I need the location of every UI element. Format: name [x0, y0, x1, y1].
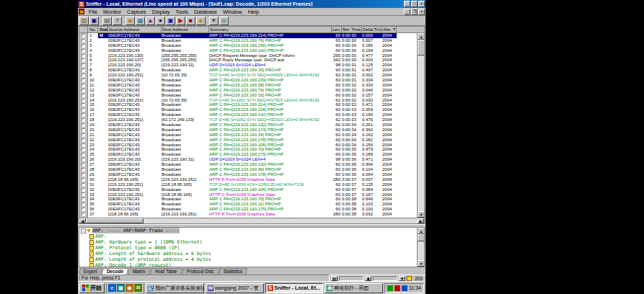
column-header-sum[interactable]: Summary: [209, 27, 332, 32]
tab-matrix[interactable]: Matrix: [128, 268, 151, 275]
volume-tray-icon[interactable]: [402, 285, 407, 291]
decode-scroll-up-icon[interactable]: ▲: [418, 228, 425, 234]
row-checkbox[interactable]: [79, 93, 88, 98]
decode-vscrollbar[interactable]: ▲ ▼: [417, 228, 424, 267]
table-row[interactable]: 37[218.18.95.165][219.223.190.251]HTTP R…: [79, 212, 417, 217]
row-checkbox[interactable]: [79, 177, 88, 182]
table-row[interactable]: 18[219.223.190.251][61.172.249.133]TCP D…: [79, 117, 417, 122]
column-header-delta[interactable]: Delta Time: [362, 27, 382, 32]
row-checkbox[interactable]: [79, 107, 88, 112]
open-file-button[interactable]: ▨: [79, 17, 89, 25]
row-checkbox[interactable]: [79, 78, 88, 83]
row-checkbox[interactable]: [79, 147, 88, 152]
column-header-rel[interactable]: Rel. Time: [342, 27, 362, 32]
table-row[interactable]: 1900E0FC17EC43BroadcastARP C PA=[219.223…: [79, 122, 417, 128]
column-header-len[interactable]: Len: [332, 27, 342, 32]
menu-item-help[interactable]: Help: [245, 9, 262, 15]
task-button-window[interactable]: Wwangqing 2007 - 雪: [206, 283, 264, 293]
decode-line[interactable]: ARP: Opcode 1 (ARP request): [81, 262, 417, 267]
row-checkbox[interactable]: [79, 102, 88, 107]
table-row[interactable]: 1700E0FC17EC43BroadcastARP C PA=[219.223…: [79, 112, 417, 117]
maximize-button[interactable]: □: [411, 1, 418, 7]
row-checkbox[interactable]: [79, 133, 88, 138]
table-row[interactable]: 1600E0FC17EC43BroadcastARP C PA=[219.223…: [79, 107, 417, 112]
table-row[interactable]: 2400E0FC17EC43BroadcastARP C PA=[219.223…: [79, 147, 417, 152]
table-row[interactable]: 2300E0FC17EC43BroadcastARP C PA=[219.223…: [79, 143, 417, 148]
row-checkbox[interactable]: [79, 58, 88, 63]
decode-line[interactable]: ARP: Hardware type = 1 (10Mb Ethernet): [81, 239, 417, 245]
matrix-button[interactable]: ▲: [146, 17, 155, 25]
decode-scroll-down-icon[interactable]: ▼: [418, 260, 425, 267]
menu-item-tools[interactable]: Tools: [172, 9, 191, 15]
row-checkbox[interactable]: [79, 202, 88, 207]
row-checkbox[interactable]: [79, 48, 88, 53]
desktop-icon[interactable]: ▣: [117, 284, 125, 292]
network-tray-icon[interactable]: [387, 285, 393, 291]
row-checkbox[interactable]: [79, 162, 88, 167]
decode-button[interactable]: ▣: [166, 17, 175, 25]
save-button[interactable]: ▣: [89, 17, 99, 25]
tab-protocol-dist-[interactable]: Protocol Dist.: [182, 268, 220, 275]
row-checkbox[interactable]: [79, 143, 88, 148]
capture-stop-button[interactable]: ■: [186, 17, 195, 25]
row-checkbox[interactable]: [79, 197, 88, 202]
close-button[interactable]: ×: [418, 1, 425, 7]
table-row[interactable]: 26[219.223.190.20][219.223.190.31]UDP D=…: [79, 157, 417, 162]
capture-start-button[interactable]: ▶: [176, 17, 185, 25]
table-row[interactable]: 1M00E0FC17EC43BroadcastARP C PA=[219.223…: [79, 33, 417, 38]
display-setup-button[interactable]: ◎: [219, 17, 229, 25]
scroll-down-icon[interactable]: ▼: [418, 211, 424, 218]
task-button-window[interactable]: 記我的广播设备实验测试: [146, 283, 204, 293]
row-checkbox[interactable]: [79, 43, 88, 48]
row-checkbox[interactable]: [79, 207, 88, 212]
column-header-no[interactable]: No.: [88, 27, 98, 32]
table-row[interactable]: 2500E0FC17EC43BroadcastARP C PA=[219.223…: [79, 152, 417, 157]
table-row[interactable]: 3500E0FC17EC43BroadcastARP C PA=[219.223…: [79, 202, 417, 207]
table-row[interactable]: 1000E0FC17EC43BroadcastARP C PA=[219.223…: [79, 78, 417, 83]
table-row[interactable]: 7[219.223.190.20][219.223.190.31]UDP D=1…: [79, 63, 417, 68]
hscroll-thumb[interactable]: [86, 218, 144, 223]
table-row[interactable]: 5[219.223.190.130][255.255.255.255]DHCP …: [79, 53, 417, 58]
table-row[interactable]: 33[219.223.190.251][218.18.95.165]HTTP C…: [79, 192, 417, 197]
define-filter-button[interactable]: ▼: [209, 17, 219, 25]
host-table-button[interactable]: ▦: [136, 17, 145, 25]
menu-item-file[interactable]: File: [86, 9, 100, 15]
packet-list-hscrollbar[interactable]: ◀ ▶: [79, 218, 424, 223]
table-row[interactable]: 2700E0FC17EC43BroadcastARP C PA=[219.223…: [79, 162, 417, 167]
table-row[interactable]: 2800E0FC17EC43BroadcastARP C PA=[219.223…: [79, 167, 417, 172]
row-checkbox[interactable]: [79, 83, 88, 88]
row-checkbox[interactable]: [79, 138, 88, 143]
row-checkbox[interactable]: [79, 73, 88, 78]
start-button[interactable]: 开始: [79, 283, 105, 293]
decode-line[interactable]: −ARP: ----- ARP/RARP frame -----: [81, 228, 417, 233]
scroll-left-icon[interactable]: ◀: [79, 218, 86, 223]
child-minimize-button[interactable]: _: [404, 9, 410, 15]
media-icon[interactable]: ◉: [125, 284, 133, 292]
table-row[interactable]: 14[219.223.190.251][10.72.65.35]TCP D=80…: [79, 98, 417, 103]
table-row[interactable]: 2100E0FC17EC43BroadcastARP C PA=[219.223…: [79, 133, 417, 138]
table-row[interactable]: 30[218.18.95.165][219.223.190.251]HTTP R…: [79, 177, 417, 182]
packet-list-vscrollbar[interactable]: ▲ ▼: [417, 33, 424, 218]
dashboard-button[interactable]: ◉: [125, 17, 135, 25]
task-button-sniffer-active[interactable]: SSniffer - Local, Et...: [265, 283, 324, 293]
table-row[interactable]: 2000E0FC17EC43BroadcastARP C PA=[219.223…: [79, 128, 417, 133]
vscroll-thumb[interactable]: [418, 40, 424, 55]
menu-item-database[interactable]: Database: [191, 9, 220, 15]
row-checkbox[interactable]: [79, 167, 88, 172]
row-checkbox[interactable]: [79, 182, 88, 187]
table-row[interactable]: 200E0FC17EC43BroadcastARP C PA=[219.223.…: [79, 38, 417, 43]
table-row[interactable]: 2900E0FC17EC43BroadcastARP C PA=[219.223…: [79, 172, 417, 177]
column-header-abs[interactable]: Abs. T: [382, 27, 397, 32]
decode-vscroll-thumb[interactable]: [418, 234, 425, 241]
menu-item-window[interactable]: Window: [220, 9, 245, 15]
filter-icon[interactable]: ▼: [399, 276, 405, 281]
decode-line[interactable]: ARP: Protocol type = 0800 (IP): [81, 245, 417, 251]
table-row[interactable]: 3200E0FC17EC43BroadcastARP C PA=[219.223…: [79, 187, 417, 192]
column-header-dst[interactable]: Dest Address: [162, 27, 209, 32]
row-checkbox[interactable]: [79, 117, 88, 122]
row-checkbox[interactable]: [79, 122, 88, 128]
row-checkbox[interactable]: [79, 33, 88, 38]
table-row[interactable]: 1200E0FC17EC43BroadcastARP C PA=[219.223…: [79, 88, 417, 93]
ie-icon[interactable]: e: [108, 284, 116, 292]
user-icon[interactable]: ♟: [365, 276, 371, 281]
